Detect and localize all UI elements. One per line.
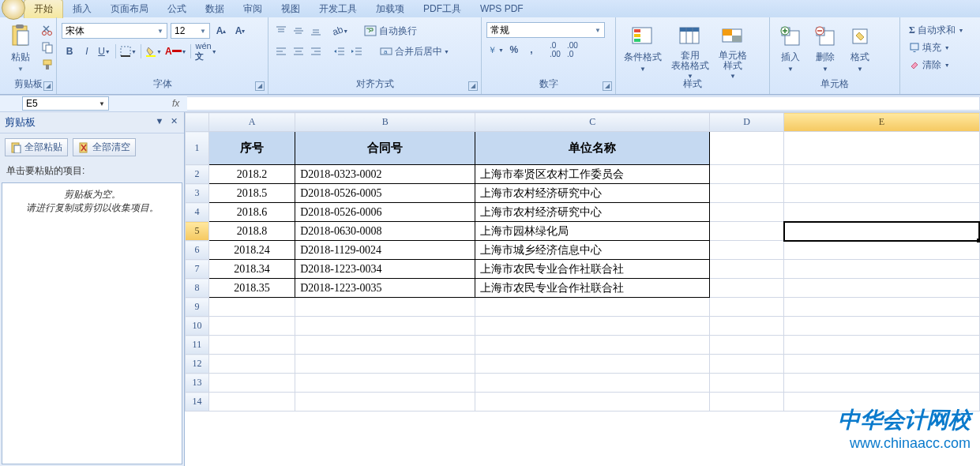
cell-B9[interactable] bbox=[295, 298, 475, 317]
decrease-decimal-button[interactable]: .00.0 bbox=[565, 42, 580, 58]
format-as-table-button[interactable]: 套用 表格格式▼ bbox=[668, 22, 712, 81]
font-launcher[interactable]: ◢ bbox=[255, 81, 265, 91]
cell-A8[interactable]: 2018.35 bbox=[208, 279, 295, 298]
cell-B10[interactable] bbox=[295, 317, 475, 336]
cell-C11[interactable] bbox=[475, 336, 710, 355]
cell-E13[interactable] bbox=[784, 374, 979, 393]
cell-D10[interactable] bbox=[710, 317, 784, 336]
cell-B3[interactable]: D2018-0526-0005 bbox=[295, 184, 475, 203]
fill-color-button[interactable]: ▼ bbox=[145, 43, 163, 59]
conditional-format-button[interactable]: 条件格式▼ bbox=[621, 22, 665, 74]
number-format-combo[interactable]: 常规▼ bbox=[486, 22, 605, 38]
cell-A6[interactable]: 2018.24 bbox=[208, 241, 295, 260]
font-name-combo[interactable]: 宋体▼ bbox=[62, 23, 167, 39]
tab-7[interactable]: 开发工具 bbox=[310, 0, 366, 18]
cell-A12[interactable] bbox=[208, 355, 295, 374]
cell-B8[interactable]: D2018-1223-0035 bbox=[295, 279, 475, 298]
comma-button[interactable]: , bbox=[524, 42, 539, 58]
row-header-12[interactable]: 12 bbox=[186, 355, 209, 374]
merge-center-button[interactable]: a合并后居中▼ bbox=[376, 43, 453, 59]
cell-E6[interactable] bbox=[784, 241, 979, 260]
row-header-7[interactable]: 7 bbox=[186, 260, 209, 279]
cell-C8[interactable]: 上海市农民专业合作社联合社 bbox=[475, 279, 710, 298]
cell-B2[interactable]: D2018-0323-0002 bbox=[295, 165, 475, 184]
select-all-corner[interactable] bbox=[186, 113, 209, 132]
tab-2[interactable]: 页面布局 bbox=[101, 0, 158, 18]
cell-B4[interactable]: D2018-0526-0006 bbox=[295, 203, 475, 222]
align-right-button[interactable] bbox=[308, 43, 324, 59]
align-center-button[interactable] bbox=[291, 43, 306, 59]
tab-6[interactable]: 视图 bbox=[272, 0, 310, 18]
cell-C2[interactable]: 上海市奉贤区农村工作委员会 bbox=[475, 165, 710, 184]
cell-B11[interactable] bbox=[295, 336, 475, 355]
cell-C6[interactable]: 上海市城乡经济信息中心 bbox=[475, 241, 710, 260]
cell-A14[interactable] bbox=[208, 393, 295, 412]
cell-B5[interactable]: D2018-0630-0008 bbox=[295, 222, 475, 241]
align-launcher[interactable]: ◢ bbox=[468, 81, 478, 91]
cell-D4[interactable] bbox=[710, 203, 784, 222]
tab-10[interactable]: WPS PDF bbox=[471, 1, 533, 17]
cell-C4[interactable]: 上海市农村经济研究中心 bbox=[475, 203, 710, 222]
cell-B6[interactable]: D2018-1129-0024 bbox=[295, 241, 475, 260]
cell-C12[interactable] bbox=[475, 355, 710, 374]
row-header-5[interactable]: 5 bbox=[186, 222, 209, 241]
cell-A1[interactable]: 序号 bbox=[208, 132, 295, 165]
cell-A4[interactable]: 2018.6 bbox=[208, 203, 295, 222]
cell-D1[interactable] bbox=[710, 132, 784, 165]
row-header-4[interactable]: 4 bbox=[186, 203, 209, 222]
border-button[interactable]: ▼ bbox=[119, 43, 137, 59]
autosum-button[interactable]: Σ 自动求和 ▼ bbox=[905, 22, 967, 38]
cell-D12[interactable] bbox=[710, 355, 784, 374]
row-header-9[interactable]: 9 bbox=[186, 298, 209, 317]
delete-cells-button[interactable]: 删除▼ bbox=[809, 22, 841, 74]
cell-D13[interactable] bbox=[710, 374, 784, 393]
cell-B1[interactable]: 合同号 bbox=[295, 132, 475, 165]
clear-all-button[interactable]: 全部清空 bbox=[73, 138, 136, 156]
font-size-combo[interactable]: 12▼ bbox=[171, 23, 210, 39]
row-header-6[interactable]: 6 bbox=[186, 241, 209, 260]
shrink-font-button[interactable]: A▾ bbox=[232, 23, 248, 39]
cell-C3[interactable]: 上海市农村经济研究中心 bbox=[475, 184, 710, 203]
decrease-indent-button[interactable] bbox=[332, 43, 347, 59]
phonetic-button[interactable]: wén文▼ bbox=[194, 43, 217, 59]
cell-C1[interactable]: 单位名称 bbox=[475, 132, 710, 165]
cell-A9[interactable] bbox=[208, 298, 295, 317]
paste-all-button[interactable]: 全部粘贴 bbox=[5, 138, 68, 156]
cell-D6[interactable] bbox=[710, 241, 784, 260]
orientation-button[interactable]: ab▼ bbox=[332, 23, 349, 39]
formula-input[interactable] bbox=[187, 96, 980, 111]
align-middle-button[interactable] bbox=[291, 23, 306, 39]
fill-button[interactable]: 填充 ▼ bbox=[905, 39, 954, 55]
row-header-11[interactable]: 11 bbox=[186, 336, 209, 355]
cell-E12[interactable] bbox=[784, 355, 979, 374]
font-color-button[interactable]: A▼ bbox=[164, 43, 188, 59]
row-header-3[interactable]: 3 bbox=[186, 184, 209, 203]
format-cells-button[interactable]: 格式▼ bbox=[844, 22, 876, 74]
cell-E9[interactable] bbox=[784, 298, 979, 317]
tab-0[interactable]: 开始 bbox=[24, 0, 63, 18]
cell-A10[interactable] bbox=[208, 317, 295, 336]
number-launcher[interactable]: ◢ bbox=[603, 81, 612, 91]
col-header-E[interactable]: E bbox=[784, 113, 979, 132]
insert-cells-button[interactable]: 插入▼ bbox=[775, 22, 806, 74]
cell-C7[interactable]: 上海市农民专业合作社联合社 bbox=[475, 260, 710, 279]
align-top-button[interactable] bbox=[273, 23, 289, 39]
cell-C10[interactable] bbox=[475, 317, 710, 336]
cell-E10[interactable] bbox=[784, 317, 979, 336]
cell-D9[interactable] bbox=[710, 298, 784, 317]
underline-button[interactable]: U▼ bbox=[96, 43, 112, 59]
format-painter-button[interactable] bbox=[39, 57, 55, 73]
wrap-text-button[interactable]: 自动换行 bbox=[360, 23, 421, 39]
row-header-10[interactable]: 10 bbox=[186, 317, 209, 336]
cell-C13[interactable] bbox=[475, 374, 710, 393]
row-header-2[interactable]: 2 bbox=[186, 165, 209, 184]
grow-font-button[interactable]: A▴ bbox=[213, 23, 229, 39]
cell-E2[interactable] bbox=[784, 165, 979, 184]
accounting-button[interactable]: ￥▼ bbox=[486, 42, 505, 58]
cell-A7[interactable]: 2018.34 bbox=[208, 260, 295, 279]
cell-D11[interactable] bbox=[710, 336, 784, 355]
cell-A2[interactable]: 2018.2 bbox=[208, 165, 295, 184]
cell-D3[interactable] bbox=[710, 184, 784, 203]
cell-A3[interactable]: 2018.5 bbox=[208, 184, 295, 203]
cell-C14[interactable] bbox=[475, 393, 710, 412]
